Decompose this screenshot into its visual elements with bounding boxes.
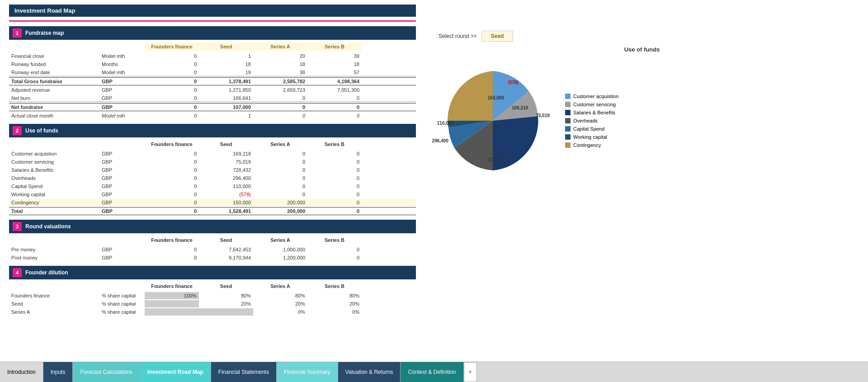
row-series-a: 38 xyxy=(253,69,307,76)
row-label: Series A xyxy=(9,308,99,316)
row-series-b: 39 xyxy=(307,52,362,60)
tab-financial-summary[interactable]: Financial Summary xyxy=(277,362,338,382)
col-series-a: Series A xyxy=(253,140,307,148)
row-unit: Model mth xyxy=(99,112,145,119)
legend-label-6: Contingency xyxy=(573,142,601,148)
tab-investment-road-map[interactable]: Investment Road Map xyxy=(140,362,211,382)
col-series-b: Series B xyxy=(307,140,362,148)
row-founders: 0 xyxy=(145,52,199,60)
fundraise-section-header: 1 Fundraise map xyxy=(9,26,416,40)
table-row: Customer acquistion GBP 0 169,218 0 0 xyxy=(9,150,416,157)
row-unit: GBP xyxy=(99,104,145,111)
legend-item-3: Overheads xyxy=(565,118,618,123)
table-row: Pre money GBP 0 7,642,453 1,000,000 0 xyxy=(9,246,416,253)
row-label: Adjusted revenue xyxy=(9,86,99,94)
tab-forecast-calculations[interactable]: Forecast Calculations xyxy=(73,362,140,382)
legend-color-2 xyxy=(565,110,571,115)
col-unit xyxy=(99,42,145,51)
fundraise-section: 1 Fundraise map Founders finance Seed Se… xyxy=(9,26,416,119)
row-series-a: 2,650,723 xyxy=(253,86,307,94)
row-series-b: 0 xyxy=(307,104,362,111)
row-label: Post money xyxy=(9,254,99,261)
row-label-contingency: Contingency xyxy=(9,199,99,206)
pie-label-overheads: 296,400 xyxy=(432,138,448,143)
row-label: Capital Spend xyxy=(9,183,99,190)
row-seed: 19 xyxy=(199,69,253,76)
table-row: Financial close Model mth 0 1 20 39 xyxy=(9,52,416,60)
col-series-a: Series A xyxy=(253,42,307,51)
row-founders: 0 xyxy=(145,61,199,68)
tab-inputs[interactable]: Inputs xyxy=(43,362,73,382)
section-num-4: 4 xyxy=(13,268,22,277)
col-name xyxy=(9,140,99,148)
tab-context-definition[interactable]: Context & Definition xyxy=(401,362,463,382)
row-founders: 0 xyxy=(145,104,199,111)
table-row: Overheads GBP 0 296,400 0 0 xyxy=(9,174,416,182)
legend-label-0: Customer acquistion xyxy=(573,94,618,99)
tab-valuation-returns[interactable]: Valuation & Returns xyxy=(338,362,401,382)
row-seed: 106,641 xyxy=(199,94,253,102)
table-row: Salaries & Benefits GBP 0 728,432 0 0 xyxy=(9,166,416,174)
row-label: Net fundraise xyxy=(9,104,99,111)
col-founders: Founders finance xyxy=(145,140,199,148)
row-unit: Model mth xyxy=(99,69,145,76)
row-series-a: 0 xyxy=(253,112,307,119)
legend-item-4: Capital Spend xyxy=(565,126,618,132)
table-row: Post money GBP 0 9,170,944 1,200,000 0 xyxy=(9,254,416,261)
tab-add[interactable]: + xyxy=(464,362,477,382)
table-row: Customer servicing GBP 0 75,019 0 0 xyxy=(9,158,416,165)
tab-financial-statements[interactable]: Financial Statements xyxy=(211,362,277,382)
pie-label-contingency: 150,000 xyxy=(488,95,504,100)
row-seed: 1 xyxy=(199,52,253,60)
row-label: Customer acquistion xyxy=(9,150,99,157)
fundraise-section-title: Fundraise map xyxy=(25,30,64,36)
legend-color-1 xyxy=(565,102,571,107)
pie-segment-contingency xyxy=(448,71,493,121)
select-round-area: Select round >> Seed xyxy=(439,31,854,42)
row-label: Pre money xyxy=(9,246,99,253)
row-seed: 1 xyxy=(199,112,253,119)
table-row-contingency: Contingency GBP 0 150,000 200,000 0 xyxy=(9,199,416,206)
row-label: Runway end date xyxy=(9,69,99,76)
section-num-3: 3 xyxy=(13,222,22,231)
row-label: Customer servicing xyxy=(9,158,99,165)
legend-label-4: Capital Spend xyxy=(573,126,604,132)
founder-dilution-title: Founder dilution xyxy=(25,269,68,276)
page-title-bar: Investment Road Map xyxy=(9,5,416,17)
col-seed: Seed xyxy=(199,42,253,51)
row-label: Seed xyxy=(9,300,99,307)
founder-dil-columns: Founders finance Seed Series A Series B xyxy=(9,282,416,290)
legend-item-2: Salaries & Benefits xyxy=(565,110,618,115)
col-seed: Seed xyxy=(199,140,253,148)
row-label: Actual close month xyxy=(9,112,99,119)
legend-item-6: Contingency xyxy=(565,142,618,148)
row-series-b: 4,198,364 xyxy=(307,78,362,85)
select-round-input[interactable]: Seed xyxy=(481,31,514,42)
tab-introduction[interactable]: Introduction xyxy=(0,362,43,382)
legend-item-0: Customer acquistion xyxy=(565,94,618,99)
row-series-a: 20 xyxy=(253,52,307,60)
table-row: Runway end date Model mth 0 19 38 57 xyxy=(9,69,416,76)
legend-color-6 xyxy=(565,142,571,148)
row-unit: GBP xyxy=(99,208,145,215)
chart-legend: Customer acquistion Customer servicing S… xyxy=(565,94,618,148)
legend-color-5 xyxy=(565,134,571,140)
round-valuations-section: 3 Round valuations Founders finance Seed… xyxy=(9,220,416,261)
row-label: Salaries & Benefits xyxy=(9,166,99,174)
row-unit: GBP xyxy=(99,166,145,174)
legend-color-0 xyxy=(565,94,571,99)
table-row: Runway funded Months 0 18 18 18 xyxy=(9,61,416,68)
legend-label-5: Working capital xyxy=(573,134,607,140)
pie-label-customer-acq: 169,218 xyxy=(512,105,528,110)
row-unit: GBP xyxy=(99,174,145,182)
row-founders: 0 xyxy=(145,112,199,119)
col-founders: Founders finance xyxy=(145,42,199,51)
legend-label-3: Overheads xyxy=(573,118,598,123)
row-series-b: 18 xyxy=(307,61,362,68)
table-row: Net burn GBP 0 106,641 0 0 xyxy=(9,94,416,102)
founder-dilution-section: 4 Founder dilution Founders finance Seed… xyxy=(9,266,416,316)
row-seed: 1,378,491 xyxy=(199,78,253,85)
table-row: Adjusted revenue GBP 0 1,271,850 2,650,7… xyxy=(9,86,416,94)
section-num-2: 2 xyxy=(13,126,22,135)
pie-label-working-cap: (578) xyxy=(508,80,519,85)
